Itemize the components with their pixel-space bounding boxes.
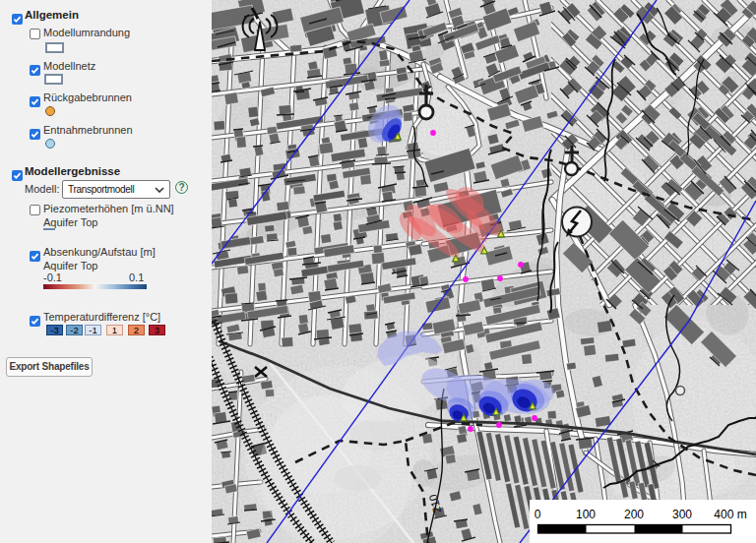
svg-text:300: 300 (672, 508, 692, 521)
svg-text:200: 200 (624, 508, 644, 521)
svg-text:0: 0 (535, 508, 541, 521)
svg-text:400 m: 400 m (714, 508, 746, 521)
svg-text:100: 100 (576, 508, 596, 521)
